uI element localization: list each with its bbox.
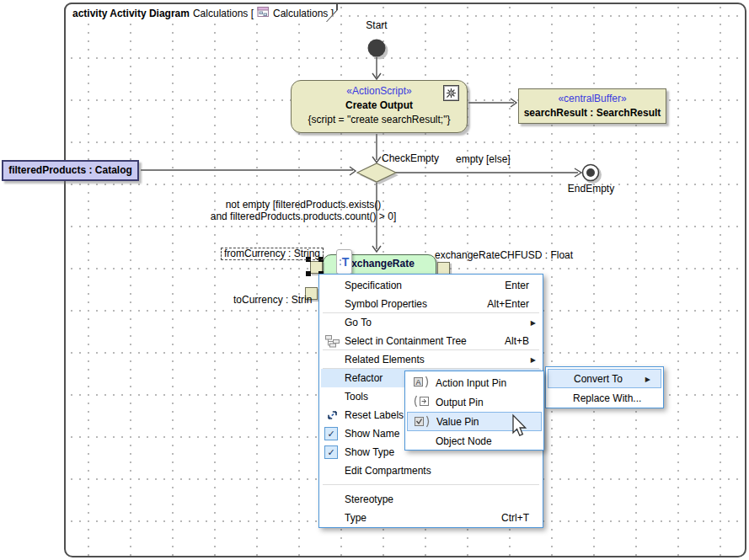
menu-item-shortcut: Alt+Enter <box>487 298 541 310</box>
menu-item-label: Object Node <box>436 435 492 447</box>
menu-item-action-input-pin[interactable]: AAction Input Pin <box>407 373 542 392</box>
menu-item-specification[interactable]: SpecificationEnter <box>321 276 541 295</box>
output-pin-icon <box>413 395 430 408</box>
initial-node[interactable] <box>368 40 386 57</box>
menu-item-shortcut: Alt+B <box>505 335 541 347</box>
menu-item-go-to[interactable]: Go To▶ <box>321 313 541 332</box>
menu-item-label: Type <box>345 512 366 524</box>
menu-item-edit-compartments[interactable]: Edit Compartments <box>321 461 541 480</box>
menu-item-label: Reset Labels P <box>345 409 413 421</box>
edit-name-button[interactable]: T <box>336 249 352 275</box>
modeling-tool-diagram-canvas: activity Activity Diagram Calculations [… <box>0 0 749 560</box>
arrowhead-icon <box>350 167 356 175</box>
end-node-label: EndEmpty <box>559 183 623 195</box>
activity-final-node[interactable] <box>583 165 599 181</box>
menu-separator <box>323 484 539 485</box>
menu-item-label: Value Pin <box>436 416 479 428</box>
guard-empty-label[interactable]: empty [else] <box>456 153 511 165</box>
menu-item-stereotype[interactable]: Stereotype <box>321 490 541 509</box>
menu-item-label: Go To <box>345 317 372 328</box>
action-input-pin-icon: A <box>413 376 430 389</box>
submenu-arrow-icon: ▶ <box>645 376 650 383</box>
submenu-arrow-icon: ▶ <box>531 356 536 364</box>
menu-item-label: Related Elements <box>345 354 425 365</box>
decision-node-label[interactable]: CheckEmpty <box>382 152 439 164</box>
checkbox-checked-icon[interactable]: ✓ <box>324 445 338 459</box>
drag-grip-icon <box>340 259 341 261</box>
svg-text:A: A <box>416 378 421 387</box>
checkbox-checked-icon[interactable]: ✓ <box>324 427 338 440</box>
containment-tree-icon <box>324 334 341 348</box>
menu-item-object-node[interactable]: Object Node <box>407 431 542 451</box>
menu-item-value-pin[interactable]: Value Pin <box>407 412 542 431</box>
reset-labels-icon <box>324 408 341 422</box>
menu-item-label: Action Input Pin <box>436 377 506 389</box>
menu-item-label: Convert To <box>574 373 623 385</box>
buffer-name: searchResult : SearchResult <box>519 106 666 120</box>
submenu-arrow-icon: ▶ <box>531 319 536 327</box>
menu-item-related-elements[interactable]: Related Elements▶ <box>321 350 541 369</box>
menu-item-label: Show Name <box>345 428 399 440</box>
menu-item-symbol-properties[interactable]: Symbol PropertiesAlt+Enter <box>321 295 541 313</box>
object-node-filtered-products[interactable]: filteredProducts : Catalog <box>2 160 139 181</box>
menu-item-label: Refactor <box>345 372 383 384</box>
central-buffer-search-result[interactable]: «centralBuffer» searchResult : SearchRes… <box>518 88 666 124</box>
menu-item-shortcut: Ctrl+T <box>501 512 541 524</box>
action-name: Create Output <box>292 99 467 113</box>
convert-to-submenu: AAction Input PinOutput PinValue PinObje… <box>404 371 544 451</box>
gear-icon[interactable] <box>443 85 459 101</box>
menu-item-label: Select in Containment Tree <box>345 335 467 347</box>
menu-item-label: Specification <box>345 280 402 291</box>
text-edit-icon: T <box>340 255 350 269</box>
menu-item-output-pin[interactable]: Output Pin <box>407 392 542 412</box>
action-create-output[interactable]: «ActionScript» Create Output {script = "… <box>291 80 468 133</box>
stereotype-label: «centralBuffer» <box>519 92 666 106</box>
action-script-body: {script = "create searchResult;"} <box>292 113 467 127</box>
start-node-label: Start <box>360 19 393 31</box>
menu-item-label: Edit Compartments <box>345 465 431 477</box>
menu-item-label: Stereotype <box>345 493 393 505</box>
menu-item-label: Replace With... <box>573 392 641 404</box>
output-pin-exchange-rate[interactable] <box>437 262 450 275</box>
menu-item-shortcut: Enter <box>505 280 541 291</box>
guard-not-empty-label[interactable]: not empty [filteredProducts.exists() and… <box>164 199 442 222</box>
menu-item-select-in-containment-tree[interactable]: Select in Containment TreeAlt+B <box>321 332 541 350</box>
pin-label-exchange-rate-out[interactable]: exchangeRateCHFUSD : Float <box>435 249 573 261</box>
menu-item-convert-to[interactable]: Convert To▶ <box>548 369 661 388</box>
menu-item-label: Output Pin <box>436 397 484 408</box>
menu-item-label: Symbol Properties <box>345 298 427 310</box>
refactor-submenu: Convert To▶Replace With... <box>545 366 664 408</box>
menu-item-type[interactable]: TypeCtrl+T <box>321 509 541 527</box>
pin-label-from-currency[interactable]: fromCurrency : String <box>221 248 324 260</box>
menu-item-label: Tools <box>345 391 368 403</box>
value-pin-icon <box>414 415 431 429</box>
stereotype-label: «ActionScript» <box>292 84 467 99</box>
selection-handle[interactable] <box>306 271 311 276</box>
menu-item-replace-with[interactable]: Replace With... <box>548 388 661 408</box>
pin-label-to-currency[interactable]: toCurrency : Strin <box>233 294 312 306</box>
menu-item-label: Show Type <box>345 446 394 458</box>
